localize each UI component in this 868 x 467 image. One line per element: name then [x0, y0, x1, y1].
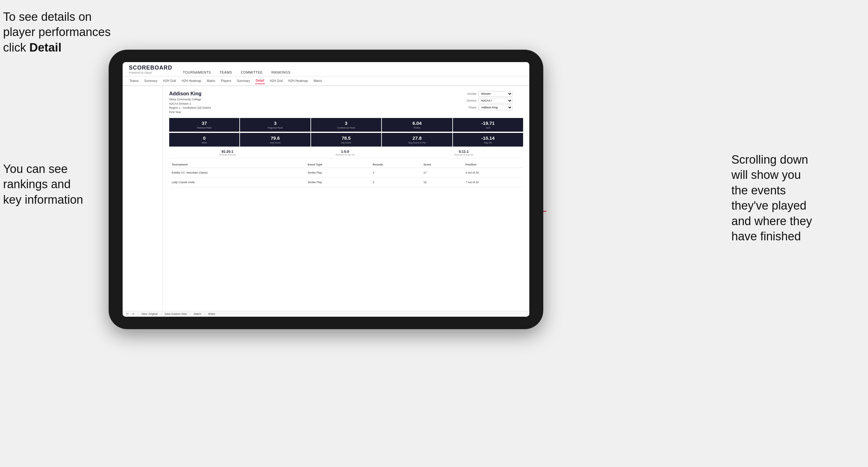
gender-label: Gender — [461, 92, 476, 95]
player-select[interactable]: Addison King — [478, 105, 513, 110]
logo-area: SCOREBOARD Powered by clippd — [129, 65, 172, 76]
annotation-text-2b: rankings and — [3, 178, 71, 191]
share-btn[interactable]: Share — [208, 312, 215, 315]
annotation-text-3b: will show you — [732, 168, 801, 181]
sub-navigation: Teams Summary H2H Grid H2H Heatmap Matri… — [123, 76, 529, 86]
player-name: Addison King — [169, 91, 211, 97]
score-1: 17 — [421, 168, 463, 178]
division-label: Division — [461, 99, 476, 102]
stat-label-regional: Regional Rank — [242, 126, 308, 129]
gender-select[interactable]: Women — [478, 91, 513, 97]
annotation-text-3e: and where they — [732, 215, 812, 227]
watch-btn[interactable]: Watch — [194, 312, 201, 315]
sub-nav-players[interactable]: Players — [220, 78, 232, 84]
sub-nav-h2h-heatmap2[interactable]: H2H Heatmap — [288, 78, 309, 84]
tournament-table: Tournament Event Type Rounds Score Posit… — [169, 161, 523, 187]
table-row: Estella CC- Mountain Classic Stroke Play… — [169, 168, 523, 178]
stat-label-sos: SoS — [455, 126, 521, 129]
annotation-text-3c: the events — [732, 184, 786, 197]
sub-nav-summary2[interactable]: Summary — [236, 78, 251, 84]
tablet-device: SCOREBOARD Powered by clippd TOURNAMENTS… — [108, 50, 543, 329]
redo-btn[interactable]: ↪ — [132, 312, 134, 315]
col-event-type: Event Type — [305, 161, 370, 168]
tablet-screen: SCOREBOARD Powered by clippd TOURNAMENTS… — [123, 62, 529, 317]
main-nav: TOURNAMENTS TEAMS COMMITTEE RANKINGS — [182, 69, 292, 76]
col-rounds: Rounds — [370, 161, 421, 168]
stat-national-rank: 37 National Rank — [169, 118, 239, 132]
nav-teams[interactable]: TEAMS — [218, 69, 233, 76]
position-1: 4 out of 20 — [463, 168, 523, 178]
record-top50-value: 5-11-1 — [455, 150, 473, 153]
player-school: Mesa Community College — [169, 97, 211, 102]
logo-scoreboard: SCOREBOARD — [129, 65, 172, 71]
undo-btn[interactable]: ↩ — [126, 312, 129, 315]
stat-value-conference: 3 — [313, 121, 379, 126]
record-top25-value: 1-5-0 — [336, 150, 354, 153]
rounds-1: 2 — [370, 168, 421, 178]
stat-label-wins: Wins — [171, 141, 238, 144]
record-top50-label: Record vs top 50 — [455, 153, 473, 156]
stat-value-wins: 0 — [171, 135, 238, 141]
sub-nav-summary[interactable]: Summary — [144, 78, 158, 84]
event-type-2: Stroke Play — [305, 178, 370, 187]
sub-nav-detail[interactable]: Detail — [255, 77, 265, 84]
sidebar — [123, 86, 163, 311]
record-overall-label: Overall Record — [219, 153, 236, 156]
sub-nav-h2h-grid2[interactable]: H2H Grid — [269, 78, 283, 84]
stat-label-adj-score: Adj Score — [313, 141, 379, 144]
sub-nav-h2h-grid[interactable]: H2H Grid — [162, 78, 177, 84]
annotation-text-3d: they've played — [732, 199, 807, 212]
annotation-right: Scrolling down will show you the events … — [732, 152, 862, 244]
player-year: First Year — [169, 110, 211, 115]
stat-label-national: National Rank — [171, 126, 238, 129]
table-header-row: Tournament Event Type Rounds Score Posit… — [169, 161, 523, 168]
sub-nav-h2h-heatmap[interactable]: H2H Heatmap — [181, 78, 202, 84]
col-position: Position — [463, 161, 523, 168]
main-content: Addison King Mesa Community College NJCA… — [163, 86, 529, 311]
sub-nav-matrix2[interactable]: Matrix — [313, 78, 322, 84]
stat-value-regional: 3 — [242, 121, 308, 126]
player-label: Player — [461, 106, 476, 109]
stat-conference-rank: 3 Conference Rank — [311, 118, 381, 132]
stat-label-avg-score: Avg Score — [242, 141, 308, 144]
player-region: Region 1 - Southwest (18) District — [169, 106, 211, 110]
stats-grid-row1: 37 National Rank 3 Regional Rank 3 Confe… — [169, 118, 523, 132]
stat-value-adj-score: 78.5 — [313, 135, 379, 141]
annotation-bottom-left: You can see rankings and key information — [3, 161, 121, 208]
records-row: 91-20-1 Overall Record 1-5-0 Record vs t… — [169, 148, 523, 158]
player-division: NJCAA Division 1 — [169, 102, 211, 106]
tournament-name-2: Lady Coyote Invite — [169, 178, 305, 187]
logo-powered: Powered by clippd — [129, 71, 172, 74]
save-custom-view-btn[interactable]: Save Custom View — [164, 312, 187, 315]
nav-tournaments[interactable]: TOURNAMENTS — [182, 69, 212, 76]
stat-wins: 0 Wins — [169, 133, 239, 147]
annotation-text-2a: You can see — [3, 162, 68, 176]
nav-rankings[interactable]: RANKINGS — [270, 69, 291, 76]
sub-nav-matrix[interactable]: Matrix — [206, 78, 216, 84]
tournament-name-1: Estella CC- Mountain Classic — [169, 168, 305, 178]
score-2: 16 — [421, 178, 463, 187]
annotation-text-3a: Scrolling down — [732, 153, 808, 166]
player-selectors: Gender Women Division NJCAA I — [461, 91, 523, 114]
stat-value-national: 37 — [171, 121, 238, 126]
annotation-text-3f: have finished — [732, 230, 801, 243]
col-tournament: Tournament — [169, 161, 305, 168]
division-select[interactable]: NJCAA I — [478, 98, 513, 103]
event-type-1: Stroke Play — [305, 168, 370, 178]
nav-committee[interactable]: COMMITTEE — [240, 69, 264, 76]
stat-label-points: Points — [384, 126, 450, 129]
record-overall-value: 91-20-1 — [219, 150, 236, 153]
stat-label-avg-sg: Avg SG — [455, 141, 521, 144]
stat-avg-score-par: 27.8 Avg Score to Par — [382, 133, 452, 147]
stats-grid-row2: 0 Wins 79.6 Avg Score 78.5 Adj Score 27.… — [169, 133, 523, 147]
stat-value-avg-score-par: 27.8 — [384, 135, 450, 141]
stat-sos: -19.71 SoS — [453, 118, 523, 132]
view-original-btn[interactable]: View: Original — [141, 312, 157, 315]
record-overall: 91-20-1 Overall Record — [219, 150, 236, 156]
record-top50: 5-11-1 Record vs top 50 — [455, 150, 473, 156]
stat-points: 6.04 Points — [382, 118, 452, 132]
stat-value-sos: -19.71 — [455, 121, 521, 126]
bottom-toolbar: ↩ ↪ | View: Original | Save Custom View … — [123, 311, 529, 317]
sub-nav-teams[interactable]: Teams — [129, 78, 139, 84]
player-header: Addison King Mesa Community College NJCA… — [169, 91, 523, 114]
